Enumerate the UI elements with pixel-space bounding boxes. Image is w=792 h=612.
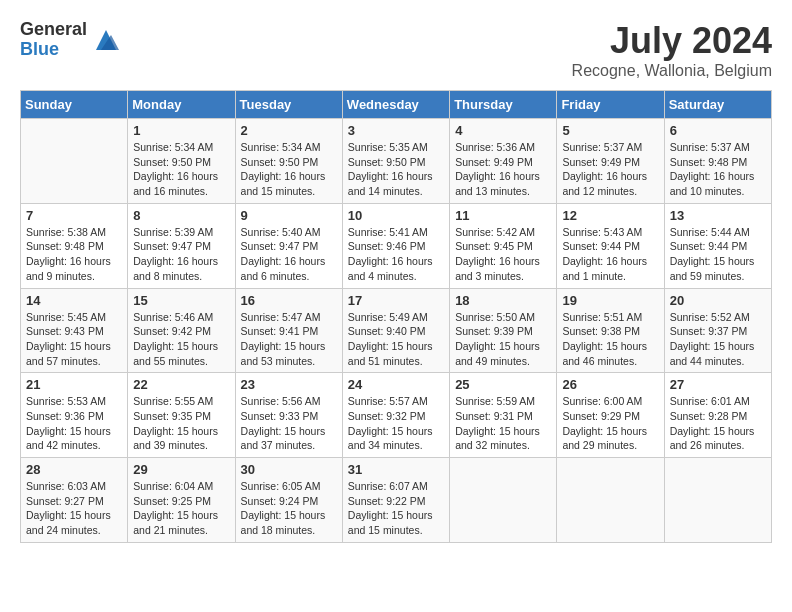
day-number: 18 — [455, 293, 551, 308]
calendar-cell: 20Sunrise: 5:52 AMSunset: 9:37 PMDayligh… — [664, 288, 771, 373]
day-info: Sunrise: 5:52 AMSunset: 9:37 PMDaylight:… — [670, 310, 766, 369]
calendar-header-row: SundayMondayTuesdayWednesdayThursdayFrid… — [21, 91, 772, 119]
day-info: Sunrise: 6:03 AMSunset: 9:27 PMDaylight:… — [26, 479, 122, 538]
calendar-cell: 3Sunrise: 5:35 AMSunset: 9:50 PMDaylight… — [342, 119, 449, 204]
calendar-cell: 14Sunrise: 5:45 AMSunset: 9:43 PMDayligh… — [21, 288, 128, 373]
calendar-week-row: 1Sunrise: 5:34 AMSunset: 9:50 PMDaylight… — [21, 119, 772, 204]
calendar-cell: 16Sunrise: 5:47 AMSunset: 9:41 PMDayligh… — [235, 288, 342, 373]
day-number: 17 — [348, 293, 444, 308]
calendar-cell — [450, 458, 557, 543]
day-number: 14 — [26, 293, 122, 308]
day-number: 19 — [562, 293, 658, 308]
calendar-cell: 5Sunrise: 5:37 AMSunset: 9:49 PMDaylight… — [557, 119, 664, 204]
calendar-week-row: 14Sunrise: 5:45 AMSunset: 9:43 PMDayligh… — [21, 288, 772, 373]
calendar-cell: 29Sunrise: 6:04 AMSunset: 9:25 PMDayligh… — [128, 458, 235, 543]
day-info: Sunrise: 5:43 AMSunset: 9:44 PMDaylight:… — [562, 225, 658, 284]
calendar-cell: 27Sunrise: 6:01 AMSunset: 9:28 PMDayligh… — [664, 373, 771, 458]
header-friday: Friday — [557, 91, 664, 119]
calendar-cell: 6Sunrise: 5:37 AMSunset: 9:48 PMDaylight… — [664, 119, 771, 204]
day-number: 13 — [670, 208, 766, 223]
day-info: Sunrise: 5:46 AMSunset: 9:42 PMDaylight:… — [133, 310, 229, 369]
calendar-cell: 17Sunrise: 5:49 AMSunset: 9:40 PMDayligh… — [342, 288, 449, 373]
day-number: 20 — [670, 293, 766, 308]
day-number: 29 — [133, 462, 229, 477]
calendar-cell: 23Sunrise: 5:56 AMSunset: 9:33 PMDayligh… — [235, 373, 342, 458]
day-info: Sunrise: 5:41 AMSunset: 9:46 PMDaylight:… — [348, 225, 444, 284]
calendar-week-row: 28Sunrise: 6:03 AMSunset: 9:27 PMDayligh… — [21, 458, 772, 543]
location: Recogne, Wallonia, Belgium — [572, 62, 772, 80]
day-number: 9 — [241, 208, 337, 223]
calendar-cell: 4Sunrise: 5:36 AMSunset: 9:49 PMDaylight… — [450, 119, 557, 204]
day-number: 16 — [241, 293, 337, 308]
calendar-cell — [21, 119, 128, 204]
day-number: 11 — [455, 208, 551, 223]
day-info: Sunrise: 5:40 AMSunset: 9:47 PMDaylight:… — [241, 225, 337, 284]
header-thursday: Thursday — [450, 91, 557, 119]
page-header: General Blue July 2024 Recogne, Wallonia… — [20, 20, 772, 80]
day-info: Sunrise: 5:38 AMSunset: 9:48 PMDaylight:… — [26, 225, 122, 284]
day-info: Sunrise: 5:37 AMSunset: 9:48 PMDaylight:… — [670, 140, 766, 199]
header-tuesday: Tuesday — [235, 91, 342, 119]
day-info: Sunrise: 6:05 AMSunset: 9:24 PMDaylight:… — [241, 479, 337, 538]
calendar-cell: 31Sunrise: 6:07 AMSunset: 9:22 PMDayligh… — [342, 458, 449, 543]
calendar-cell: 18Sunrise: 5:50 AMSunset: 9:39 PMDayligh… — [450, 288, 557, 373]
day-number: 2 — [241, 123, 337, 138]
calendar-cell: 28Sunrise: 6:03 AMSunset: 9:27 PMDayligh… — [21, 458, 128, 543]
logo-icon — [91, 25, 121, 55]
day-number: 30 — [241, 462, 337, 477]
title-block: July 2024 Recogne, Wallonia, Belgium — [572, 20, 772, 80]
day-info: Sunrise: 5:44 AMSunset: 9:44 PMDaylight:… — [670, 225, 766, 284]
day-number: 6 — [670, 123, 766, 138]
calendar-cell: 19Sunrise: 5:51 AMSunset: 9:38 PMDayligh… — [557, 288, 664, 373]
day-info: Sunrise: 5:42 AMSunset: 9:45 PMDaylight:… — [455, 225, 551, 284]
day-info: Sunrise: 5:57 AMSunset: 9:32 PMDaylight:… — [348, 394, 444, 453]
calendar-cell: 12Sunrise: 5:43 AMSunset: 9:44 PMDayligh… — [557, 203, 664, 288]
day-number: 27 — [670, 377, 766, 392]
day-info: Sunrise: 5:50 AMSunset: 9:39 PMDaylight:… — [455, 310, 551, 369]
day-number: 4 — [455, 123, 551, 138]
day-info: Sunrise: 5:55 AMSunset: 9:35 PMDaylight:… — [133, 394, 229, 453]
calendar-cell: 11Sunrise: 5:42 AMSunset: 9:45 PMDayligh… — [450, 203, 557, 288]
calendar-cell: 7Sunrise: 5:38 AMSunset: 9:48 PMDaylight… — [21, 203, 128, 288]
day-info: Sunrise: 5:49 AMSunset: 9:40 PMDaylight:… — [348, 310, 444, 369]
day-number: 22 — [133, 377, 229, 392]
header-monday: Monday — [128, 91, 235, 119]
day-info: Sunrise: 6:00 AMSunset: 9:29 PMDaylight:… — [562, 394, 658, 453]
calendar-cell — [557, 458, 664, 543]
day-number: 31 — [348, 462, 444, 477]
calendar-cell: 8Sunrise: 5:39 AMSunset: 9:47 PMDaylight… — [128, 203, 235, 288]
day-number: 5 — [562, 123, 658, 138]
day-info: Sunrise: 5:35 AMSunset: 9:50 PMDaylight:… — [348, 140, 444, 199]
day-info: Sunrise: 6:07 AMSunset: 9:22 PMDaylight:… — [348, 479, 444, 538]
calendar-cell: 24Sunrise: 5:57 AMSunset: 9:32 PMDayligh… — [342, 373, 449, 458]
day-number: 8 — [133, 208, 229, 223]
calendar-week-row: 7Sunrise: 5:38 AMSunset: 9:48 PMDaylight… — [21, 203, 772, 288]
day-number: 1 — [133, 123, 229, 138]
logo-blue: Blue — [20, 40, 87, 60]
calendar-table: SundayMondayTuesdayWednesdayThursdayFrid… — [20, 90, 772, 543]
calendar-cell: 15Sunrise: 5:46 AMSunset: 9:42 PMDayligh… — [128, 288, 235, 373]
header-wednesday: Wednesday — [342, 91, 449, 119]
calendar-cell: 1Sunrise: 5:34 AMSunset: 9:50 PMDaylight… — [128, 119, 235, 204]
day-number: 23 — [241, 377, 337, 392]
day-info: Sunrise: 5:56 AMSunset: 9:33 PMDaylight:… — [241, 394, 337, 453]
day-number: 7 — [26, 208, 122, 223]
day-info: Sunrise: 6:01 AMSunset: 9:28 PMDaylight:… — [670, 394, 766, 453]
day-info: Sunrise: 5:36 AMSunset: 9:49 PMDaylight:… — [455, 140, 551, 199]
day-info: Sunrise: 5:51 AMSunset: 9:38 PMDaylight:… — [562, 310, 658, 369]
header-saturday: Saturday — [664, 91, 771, 119]
day-number: 24 — [348, 377, 444, 392]
day-info: Sunrise: 5:34 AMSunset: 9:50 PMDaylight:… — [133, 140, 229, 199]
day-info: Sunrise: 5:45 AMSunset: 9:43 PMDaylight:… — [26, 310, 122, 369]
calendar-cell: 10Sunrise: 5:41 AMSunset: 9:46 PMDayligh… — [342, 203, 449, 288]
day-info: Sunrise: 5:59 AMSunset: 9:31 PMDaylight:… — [455, 394, 551, 453]
calendar-cell: 9Sunrise: 5:40 AMSunset: 9:47 PMDaylight… — [235, 203, 342, 288]
logo-general: General — [20, 20, 87, 40]
header-sunday: Sunday — [21, 91, 128, 119]
logo: General Blue — [20, 20, 121, 60]
day-number: 25 — [455, 377, 551, 392]
calendar-cell: 2Sunrise: 5:34 AMSunset: 9:50 PMDaylight… — [235, 119, 342, 204]
calendar-cell: 22Sunrise: 5:55 AMSunset: 9:35 PMDayligh… — [128, 373, 235, 458]
day-number: 26 — [562, 377, 658, 392]
month-title: July 2024 — [572, 20, 772, 62]
